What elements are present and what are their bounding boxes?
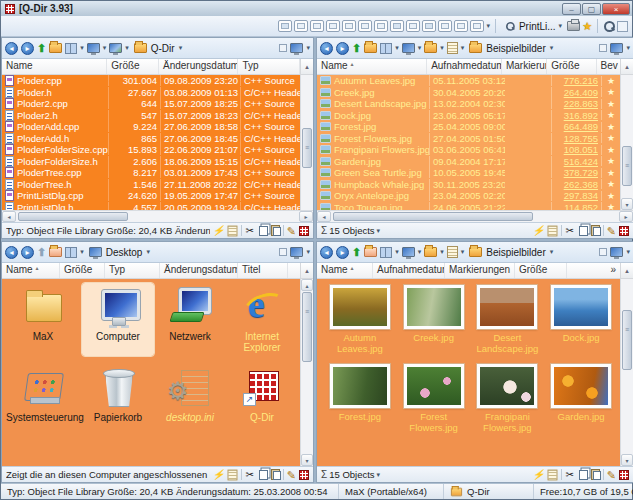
up-button[interactable]: ⬆ bbox=[352, 246, 361, 259]
column-header-name[interactable]: Name ▴ bbox=[2, 263, 60, 278]
desktop-icon-item[interactable]: Netzwerk bbox=[154, 283, 226, 356]
copy-icon[interactable] bbox=[259, 226, 268, 236]
qdir-icon[interactable] bbox=[299, 226, 309, 236]
scrollbar-thumb[interactable] bbox=[18, 212, 128, 221]
table-row[interactable]: Dock.jpg 23.06.2005 05:17 316.892 ★ bbox=[317, 110, 620, 122]
column-header-name[interactable]: Name ▴ bbox=[317, 59, 427, 74]
table-row[interactable]: Green Sea Turtle.jpg 10.05.2005 19:45 37… bbox=[317, 167, 620, 179]
table-row[interactable]: PrintListDlg.cpp 24.620 19.05.2009 17:47… bbox=[2, 190, 300, 202]
table-row[interactable]: PloderAdd.h 865 27.06.2009 18:45 C/C++ H… bbox=[2, 133, 300, 145]
desktop-icon-item[interactable]: desktop.ini bbox=[154, 364, 226, 426]
forward-button[interactable]: ▸ bbox=[21, 246, 34, 259]
folder-dropdown-icon[interactable] bbox=[424, 247, 437, 257]
maximize-button[interactable]: ▢ bbox=[582, 3, 601, 15]
table-row[interactable]: Garden.jpg 09.04.2004 17:17 516.424 ★ bbox=[317, 156, 620, 168]
vertical-scrollbar[interactable] bbox=[300, 75, 313, 210]
pane-extra-button[interactable] bbox=[599, 248, 607, 256]
rename-icon[interactable]: ✎ bbox=[287, 469, 296, 481]
scroll-right-arrow[interactable]: ▸ bbox=[619, 211, 633, 222]
scroll-left-arrow[interactable]: ◂ bbox=[2, 211, 16, 222]
paste-icon[interactable] bbox=[591, 225, 600, 236]
cut-icon[interactable]: ✂ bbox=[565, 225, 573, 237]
pane-extra-button[interactable] bbox=[279, 248, 287, 256]
rename-icon[interactable]: ✎ bbox=[607, 225, 616, 237]
menu-item[interactable] bbox=[5, 24, 19, 28]
qdir-icon[interactable] bbox=[619, 226, 629, 236]
back-button[interactable]: ◂ bbox=[5, 246, 18, 259]
desktop-icon-item[interactable]: Systemsteuerung bbox=[4, 364, 82, 426]
pane-pc-icon[interactable] bbox=[290, 247, 303, 257]
table-row[interactable]: Autumn Leaves.jpg 05.11.2005 03:12 776.2… bbox=[317, 75, 620, 87]
menu-item[interactable] bbox=[53, 24, 67, 28]
scroll-left-arrow[interactable]: ◂ bbox=[317, 211, 331, 222]
pane-pc-icon[interactable] bbox=[610, 247, 623, 257]
column-header-type[interactable]: Typ bbox=[105, 263, 160, 278]
column-header-capturedate[interactable]: Aufnahmedatum bbox=[373, 263, 445, 278]
back-button[interactable]: ◂ bbox=[320, 42, 333, 55]
menu-item[interactable] bbox=[85, 24, 99, 28]
count-dropdown-caret[interactable]: ▾ bbox=[377, 227, 381, 235]
column-header-date[interactable]: Änderungsdatum bbox=[160, 263, 238, 278]
column-header-tags[interactable]: Markierun... bbox=[502, 59, 547, 74]
copy-icon[interactable] bbox=[579, 470, 588, 480]
close-button[interactable]: × bbox=[602, 3, 630, 15]
notes-icon[interactable] bbox=[228, 469, 238, 480]
count-dropdown-caret[interactable]: ▾ bbox=[377, 471, 381, 479]
copy-icon[interactable] bbox=[579, 226, 588, 236]
menu-item[interactable] bbox=[37, 24, 51, 28]
favorites-star-icon[interactable]: ★ bbox=[582, 20, 592, 33]
pane-extra-button[interactable] bbox=[279, 44, 287, 52]
address-bar[interactable]: Q-Dir ▾ bbox=[132, 43, 277, 54]
scroll-right-arrow[interactable]: ▸ bbox=[299, 211, 313, 222]
column-header-size[interactable]: Größe bbox=[107, 59, 159, 74]
view-mode-icon[interactable] bbox=[65, 43, 77, 54]
thumbnail-item[interactable]: Creek.jpg bbox=[397, 285, 471, 354]
cut-icon[interactable]: ✂ bbox=[565, 469, 573, 481]
desktop-icon-item[interactable]: Q-Dir bbox=[226, 364, 298, 426]
folder-history-icon[interactable] bbox=[364, 43, 377, 53]
notes-icon[interactable] bbox=[548, 225, 558, 236]
address-bar[interactable]: Beispielbilder ▾ bbox=[467, 43, 596, 54]
paste-icon[interactable] bbox=[591, 469, 600, 480]
view-mode-icon[interactable] bbox=[65, 247, 77, 258]
header-scroll-button[interactable]: ▴ bbox=[620, 263, 633, 278]
cut-icon[interactable]: ✂ bbox=[245, 469, 253, 481]
column-header-type[interactable]: Typ bbox=[238, 59, 300, 74]
cut-icon[interactable]: ✂ bbox=[245, 225, 253, 237]
folder-history-icon[interactable] bbox=[49, 247, 62, 257]
notes-dropdown-icon[interactable] bbox=[447, 246, 458, 258]
thumbnail-item[interactable]: Garden.jpg bbox=[544, 364, 618, 433]
desktop-icon-item[interactable]: MaX bbox=[4, 283, 82, 356]
up-button[interactable]: ⬆ bbox=[352, 42, 361, 55]
column-header-name[interactable]: Name ▴ bbox=[317, 263, 373, 278]
table-row[interactable]: Frangipani Flowers.jpg 03.06.2005 06:41 … bbox=[317, 144, 620, 156]
qdir-icon[interactable] bbox=[619, 470, 629, 480]
table-row[interactable]: Oryx Antelope.jpg 23.04.2005 02:20 297.8… bbox=[317, 190, 620, 202]
flash-icon[interactable]: ⚡ bbox=[212, 225, 224, 237]
rename-icon[interactable]: ✎ bbox=[287, 225, 296, 237]
paste-icon[interactable] bbox=[271, 469, 280, 480]
pane-layout-button[interactable] bbox=[310, 20, 324, 32]
minimize-button[interactable]: – bbox=[562, 3, 581, 15]
window-panel-icon[interactable] bbox=[617, 21, 628, 32]
up-button[interactable]: ⬆ bbox=[37, 42, 46, 55]
forward-button[interactable]: ▸ bbox=[336, 42, 349, 55]
scrollbar-thumb[interactable] bbox=[302, 128, 312, 168]
table-row[interactable]: Creek.jpg 30.04.2005 20:20 264.409 ★ bbox=[317, 87, 620, 99]
scroll-down-arrow[interactable]: ▾ bbox=[301, 454, 313, 466]
column-header-size[interactable]: Größe bbox=[547, 59, 596, 74]
scroll-down-arrow[interactable]: ▾ bbox=[621, 198, 633, 210]
column-header-tags[interactable]: Markierungen bbox=[445, 263, 515, 278]
pane-layout-button[interactable] bbox=[390, 20, 404, 32]
column-header-capturedate[interactable]: Aufnahmedatum bbox=[427, 59, 502, 74]
folder-history-icon[interactable] bbox=[49, 43, 62, 53]
table-row[interactable]: PloderFolderSize.cpp 15.893 22.06.2009 2… bbox=[2, 144, 300, 156]
print-list-button[interactable]: PrintLi... ▾ bbox=[501, 19, 565, 33]
notes-icon[interactable] bbox=[228, 225, 238, 236]
forward-button[interactable]: ▸ bbox=[336, 246, 349, 259]
scroll-up-arrow[interactable]: ▴ bbox=[301, 279, 313, 291]
paste-icon[interactable] bbox=[271, 225, 280, 236]
table-row[interactable]: PloderAdd.cpp 9.224 27.06.2009 18:58 C++… bbox=[2, 121, 300, 133]
computer-dropdown-icon[interactable] bbox=[87, 43, 100, 53]
rename-icon[interactable]: ✎ bbox=[607, 469, 616, 481]
